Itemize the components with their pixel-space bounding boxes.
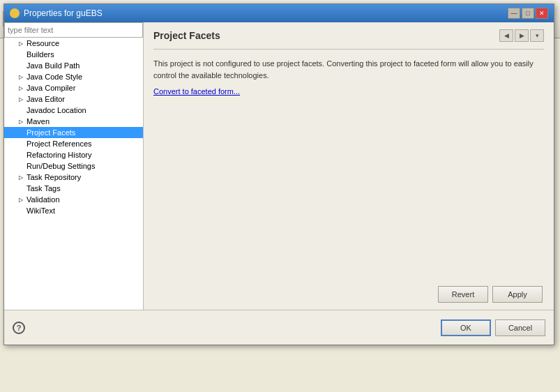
tree-label-javadoc: Javadoc Location xyxy=(27,106,86,114)
footer-left: ? xyxy=(13,322,25,334)
tree-arrow-task-tags xyxy=(17,184,25,193)
tree-label-java-compiler: Java Compiler xyxy=(27,84,75,92)
tree-item-wikitext[interactable]: WikiText xyxy=(4,205,143,216)
help-icon[interactable]: ? xyxy=(13,322,25,334)
footer-right: OK Cancel xyxy=(441,319,545,336)
tree-item-java-editor[interactable]: Java Editor xyxy=(4,93,143,105)
dialog-body: Resource Builders Java Build Path Java C… xyxy=(4,22,554,310)
tree-item-java-compiler[interactable]: Java Compiler xyxy=(4,82,143,93)
dialog-titlebar: Properties for guEBS — □ ✕ xyxy=(4,4,554,22)
panel-title: Project Facets xyxy=(153,30,220,41)
tree-label-task-tags: Task Tags xyxy=(27,184,61,193)
minimize-button[interactable]: — xyxy=(508,8,520,19)
tree-label-project-facets: Project Facets xyxy=(27,128,75,137)
ide-background: Project Explorer × ⊞ Outline ◀ ▶ ⊡ ▾ Pro… xyxy=(0,0,560,392)
tree-item-javadoc[interactable]: Javadoc Location xyxy=(4,105,143,116)
tree-arrow-project-refs xyxy=(17,140,25,148)
tree-arrow-java-compiler xyxy=(17,84,25,92)
cancel-button[interactable]: Cancel xyxy=(495,319,545,336)
tree-label-maven: Maven xyxy=(27,117,50,126)
close-button[interactable]: ✕ xyxy=(536,8,548,19)
dialog-title-icon xyxy=(10,8,20,18)
tree-label-java-editor: Java Editor xyxy=(27,95,65,103)
revert-button[interactable]: Revert xyxy=(438,286,488,303)
dialog-title: Properties for guEBS xyxy=(24,8,103,18)
tree-item-maven[interactable]: Maven xyxy=(4,116,143,127)
tree-item-project-refs[interactable]: Project References xyxy=(4,138,143,149)
tree-item-run-debug[interactable]: Run/Debug Settings xyxy=(4,160,143,172)
tree-item-resource[interactable]: Resource xyxy=(4,38,143,49)
panel-nav-icons: ◀ ▶ ▾ xyxy=(499,29,544,42)
tree-label-project-refs: Project References xyxy=(27,140,92,148)
maximize-button[interactable]: □ xyxy=(522,8,534,19)
panel-content: This project is not configured to use pr… xyxy=(153,58,544,280)
info-text: This project is not configured to use pr… xyxy=(153,58,544,81)
tree-arrow-run-debug xyxy=(17,162,25,170)
tree-arrow-task-repo xyxy=(17,173,25,181)
dialog-footer: ? OK Cancel xyxy=(4,310,554,345)
tree-arrow-project-facets xyxy=(17,128,25,137)
filter-input[interactable] xyxy=(4,22,143,38)
tree-arrow-javadoc xyxy=(17,106,25,114)
right-panel: Project Facets ◀ ▶ ▾ This project is not… xyxy=(144,22,554,310)
tree-label-builders: Builders xyxy=(27,50,54,59)
convert-link[interactable]: Convert to faceted form... xyxy=(153,87,240,96)
tree-item-code-style[interactable]: Java Code Style xyxy=(4,71,143,82)
tree-item-task-tags[interactable]: Task Tags xyxy=(4,183,143,194)
tree-label-resource: Resource xyxy=(27,39,59,47)
tree-items: Resource Builders Java Build Path Java C… xyxy=(4,38,143,310)
tree-arrow-code-style xyxy=(17,73,25,81)
tree-item-task-repo[interactable]: Task Repository xyxy=(4,172,143,183)
tree-label-task-repo: Task Repository xyxy=(27,173,81,181)
nav-forward-button[interactable]: ▶ xyxy=(515,29,529,42)
tree-arrow-validation xyxy=(17,195,25,204)
tree-arrow-wikitext xyxy=(17,206,25,215)
tree-label-code-style: Java Code Style xyxy=(27,73,82,81)
tree-arrow-builders xyxy=(17,50,25,59)
apply-button[interactable]: Apply xyxy=(492,286,543,303)
tree-label-refactoring: Refactoring History xyxy=(27,151,92,159)
tree-label-run-debug: Run/Debug Settings xyxy=(27,162,95,170)
tree-arrow-refactoring xyxy=(17,151,25,159)
tree-label-validation: Validation xyxy=(27,195,60,204)
tree-arrow-java-editor xyxy=(17,95,25,103)
tree-label-build-path: Java Build Path xyxy=(27,61,80,70)
dialog-title-area: Properties for guEBS xyxy=(10,8,103,18)
window-controls: — □ ✕ xyxy=(508,8,548,19)
panel-header: Project Facets ◀ ▶ ▾ xyxy=(153,29,544,42)
tree-label-wikitext: WikiText xyxy=(27,206,55,215)
tree-arrow-build-path xyxy=(17,61,25,70)
properties-dialog: Properties for guEBS — □ ✕ Resource xyxy=(3,3,554,345)
action-btn-row: Revert Apply xyxy=(153,286,544,303)
tree-item-refactoring[interactable]: Refactoring History xyxy=(4,149,143,160)
tree-arrow-maven xyxy=(17,117,25,126)
nav-back-button[interactable]: ◀ xyxy=(499,29,513,42)
nav-dropdown-button[interactable]: ▾ xyxy=(530,29,544,42)
tree-arrow-resource xyxy=(17,39,25,47)
tree-item-builders[interactable]: Builders xyxy=(4,49,143,60)
ok-button[interactable]: OK xyxy=(441,319,491,336)
tree-item-project-facets[interactable]: Project Facets xyxy=(4,127,143,138)
left-panel: Resource Builders Java Build Path Java C… xyxy=(4,22,144,310)
tree-item-build-path[interactable]: Java Build Path xyxy=(4,60,143,71)
panel-separator xyxy=(153,49,544,50)
tree-item-validation[interactable]: Validation xyxy=(4,194,143,205)
